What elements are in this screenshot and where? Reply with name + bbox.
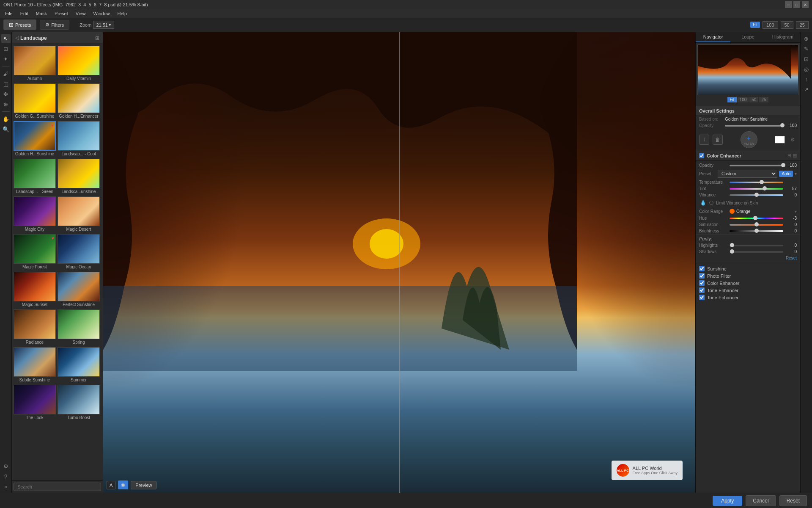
right-tool-1[interactable]: ⊕ <box>802 34 811 43</box>
preset-turbo-boost[interactable]: Turbo Boost <box>58 385 100 421</box>
right-tool-2[interactable]: ✎ <box>802 44 811 53</box>
preset-spring[interactable]: Spring <box>58 309 100 345</box>
menu-edit[interactable]: Edit <box>17 10 32 17</box>
tab-loupe[interactable]: Loupe <box>730 32 765 42</box>
nav-fit-btn[interactable]: Fit <box>727 97 736 102</box>
overall-opacity-slider[interactable] <box>725 125 782 127</box>
color-enhancer-checkbox[interactable] <box>699 153 704 158</box>
ce-vibrance-thumb[interactable] <box>754 193 759 197</box>
ce-opacity-slider[interactable] <box>730 165 783 166</box>
tool-zoom[interactable]: 🔍 <box>1 124 11 134</box>
apply-button[interactable]: Apply <box>713 496 742 506</box>
canvas-tool-b[interactable]: ◉ <box>118 480 128 489</box>
ce-preset-select[interactable]: Custom <box>718 170 777 178</box>
tool-brush[interactable]: 🖌 <box>1 69 11 78</box>
tool-stamp[interactable]: ✤ <box>1 89 11 99</box>
menu-mask[interactable]: Mask <box>33 10 50 17</box>
ce-highlights-thumb[interactable] <box>730 243 734 247</box>
tool-help[interactable]: ? <box>1 472 11 481</box>
ce-shadows-slider[interactable] <box>730 251 783 253</box>
tool-settings[interactable]: ⚙ <box>1 461 11 471</box>
effect-color-enhancer-checkbox[interactable] <box>699 280 705 286</box>
close-button[interactable]: ✕ <box>802 1 809 8</box>
preset-autumn[interactable]: Autumn <box>14 46 56 82</box>
canvas-split-line[interactable] <box>399 32 400 493</box>
menu-preset[interactable]: Preset <box>51 10 71 17</box>
ce-saturation-slider[interactable] <box>730 224 783 226</box>
zoom-value-btn[interactable]: 21.51 ▾ <box>93 21 114 29</box>
ce-brightness-thumb[interactable] <box>754 229 759 233</box>
tool-collapse[interactable]: « <box>1 482 11 491</box>
reset-bottom-button[interactable]: Reset <box>779 495 807 506</box>
right-tool-3[interactable]: ⊡ <box>802 54 811 64</box>
effect-photo-filter-checkbox[interactable] <box>699 273 705 279</box>
tool-gradient[interactable]: ◫ <box>1 79 11 88</box>
preset-landscape-green[interactable]: Landscap... - Green <box>14 159 56 195</box>
menu-window[interactable]: Window <box>90 10 113 17</box>
tool-crop[interactable]: ⊡ <box>1 44 11 53</box>
eyedropper-button[interactable]: 💧 <box>699 199 707 207</box>
ce-vibrance-slider[interactable] <box>730 194 783 196</box>
preset-magic-ocean[interactable]: Magic Ocean <box>58 234 100 270</box>
right-tool-4[interactable]: ◎ <box>802 64 811 74</box>
tool-retouch[interactable]: ✦ <box>1 54 11 64</box>
view-50-button[interactable]: 50 <box>781 21 793 29</box>
reset-link[interactable]: Reset <box>786 256 797 260</box>
menu-view[interactable]: View <box>72 10 89 17</box>
preset-magic-sunset[interactable]: Magic Sunset <box>14 272 56 308</box>
settings-gear-button[interactable]: ⚙ <box>788 135 797 144</box>
preset-landscape-sunshine[interactable]: Landsca...unshine <box>58 159 100 195</box>
nav-50-btn[interactable]: 50 <box>749 97 758 102</box>
effect-sunshine-checkbox[interactable] <box>699 266 705 271</box>
preset-landscape-cool[interactable]: Landscap... - Cool <box>58 121 100 157</box>
view-25-button[interactable]: 25 <box>796 21 809 29</box>
menu-help[interactable]: Help <box>114 10 131 17</box>
ce-tint-thumb[interactable] <box>763 186 767 190</box>
preset-daily-vitamin[interactable]: Daily Vitamin <box>58 46 100 82</box>
minimize-button[interactable]: ─ <box>785 1 792 8</box>
ce-saturation-thumb[interactable] <box>754 222 759 226</box>
add-filter-button[interactable]: + FILTER <box>741 131 757 148</box>
presets-tab[interactable]: ⊞ Presets <box>3 19 36 30</box>
export-button[interactable]: ↑ <box>699 135 709 145</box>
ce-brightness-slider[interactable] <box>730 230 783 232</box>
ce-hue-slider[interactable] <box>730 218 783 219</box>
ce-shadows-thumb[interactable] <box>730 249 734 254</box>
preset-subtle-sunshine[interactable]: Subtle Sunshine <box>14 347 56 383</box>
right-tool-6[interactable]: ↗ <box>802 85 811 94</box>
filter-icon-2[interactable]: ▤ <box>793 153 797 158</box>
limit-vibrance-option[interactable]: Limit Vibrance on Skin <box>709 201 758 205</box>
fit-button[interactable]: Fit <box>750 22 760 28</box>
canvas-tool-a[interactable]: A <box>107 481 115 489</box>
tab-histogram[interactable]: Histogram <box>765 32 800 42</box>
preset-summer[interactable]: Summer <box>58 347 100 383</box>
preset-radiance[interactable]: Radiance <box>14 309 56 345</box>
ce-temperature-thumb[interactable] <box>760 180 764 184</box>
preview-button[interactable]: Preview <box>131 481 156 489</box>
nav-100-btn[interactable]: 100 <box>738 97 749 102</box>
grid-view-icon[interactable]: ⊞ <box>95 35 99 41</box>
trash-button[interactable]: 🗑 <box>713 135 723 145</box>
cancel-button[interactable]: Cancel <box>746 495 776 506</box>
ce-color-range-dropdown[interactable]: ▾ <box>795 209 797 214</box>
tab-navigator[interactable]: Navigator <box>696 32 730 42</box>
tool-hand[interactable]: ✋ <box>1 114 11 124</box>
nav-25-btn[interactable]: 25 <box>759 97 768 102</box>
preset-magic-forest[interactable]: ♥ Magic Forest <box>14 234 56 270</box>
limit-vibrance-radio[interactable] <box>709 201 713 205</box>
preset-the-look[interactable]: The Look <box>14 385 56 421</box>
ce-opacity-thumb[interactable] <box>781 163 785 167</box>
preset-perfect-sunshine[interactable]: Perfect Sunshine <box>58 272 100 308</box>
tool-repair[interactable]: ⊕ <box>1 99 11 109</box>
preset-golden-h-e[interactable]: Golden H...Enhancer <box>58 83 100 119</box>
ce-highlights-slider[interactable] <box>730 245 783 246</box>
effect-tone-enhancer-2-checkbox[interactable] <box>699 295 705 300</box>
ce-auto-button[interactable]: Auto <box>779 171 793 177</box>
preset-golden-h-s[interactable]: ♥ Golden H...Sunshine <box>14 121 56 157</box>
filters-tab[interactable]: ⚙ Filters <box>40 20 69 30</box>
menu-file[interactable]: File <box>2 10 16 17</box>
color-swatch[interactable] <box>775 136 785 144</box>
search-input[interactable] <box>14 483 101 491</box>
overall-opacity-thumb[interactable] <box>780 123 785 127</box>
back-arrow-icon[interactable]: ◁ <box>15 35 19 41</box>
